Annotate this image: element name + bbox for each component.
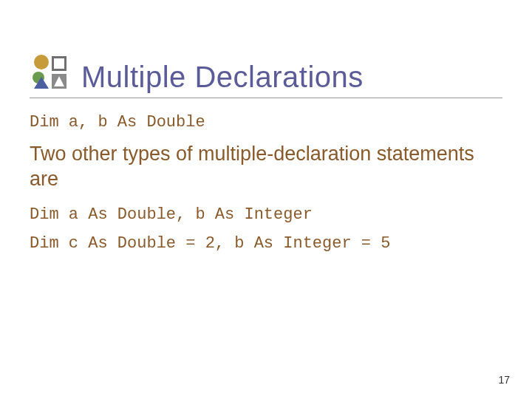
code-block-2-line-2: Dim c As Double = 2, b As Integer = 5	[30, 234, 502, 253]
code-block-1: Dim a, b As Double	[30, 113, 502, 132]
slide-title: Multiple Declarations	[81, 61, 364, 93]
body-paragraph: Two other types of multiple-declaration …	[30, 142, 502, 192]
slide-icon	[30, 52, 71, 93]
title-row: Multiple Declarations	[30, 52, 502, 98]
slide-container: Multiple Declarations Dim a, b As Double…	[0, 0, 532, 399]
code-block-2-line-1: Dim a As Double, b As Integer	[30, 205, 502, 224]
svg-point-4	[34, 55, 49, 69]
svg-rect-2	[54, 58, 64, 69]
page-number: 17	[498, 374, 510, 386]
